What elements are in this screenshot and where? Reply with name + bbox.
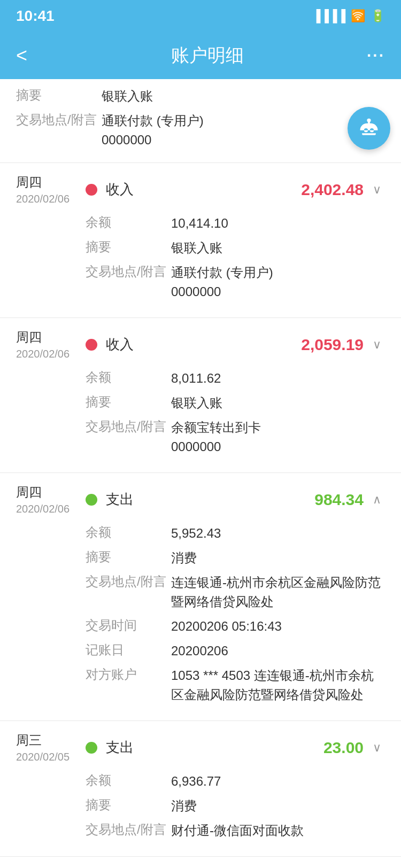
- detail-row-balance: 余额 8,011.62: [86, 369, 385, 388]
- date-label: 2020/02/06: [16, 348, 86, 360]
- transaction-header: 周四 2020/02/06 收入 2,059.19 ∨: [16, 329, 385, 360]
- detail-value: 消费: [171, 796, 385, 816]
- detail-row-summary-partial: 摘要 银联入账: [16, 87, 385, 106]
- detail-value: 银联入账: [171, 393, 385, 413]
- transaction-amount: 2,059.19: [301, 336, 364, 354]
- date-label: 2020/02/06: [16, 193, 86, 205]
- detail-row-balance: 余额 6,936.77: [86, 772, 385, 791]
- partial-details: 摘要 银联入账 交易地点/附言 通联付款 (专用户)0000000: [16, 87, 385, 150]
- transaction-type: 支出: [106, 738, 323, 757]
- day-label: 周三: [16, 732, 86, 749]
- detail-value: 银联入账: [102, 87, 385, 106]
- transaction-details: 余额 8,011.62 摘要 银联入账 交易地点/附言 余额宝转出到卡00000…: [86, 369, 385, 456]
- transaction-amount: 23.00: [323, 739, 364, 757]
- detail-row-balance: 余额 10,414.10: [86, 214, 385, 233]
- day-label: 周四: [16, 329, 86, 346]
- detail-value: 财付通-微信面对面收款: [171, 821, 385, 840]
- detail-label: 交易地点/附言: [86, 418, 171, 456]
- detail-row-location: 交易地点/附言 余额宝转出到卡0000000: [86, 418, 385, 456]
- detail-value: 通联付款 (专用户)0000000: [171, 263, 385, 301]
- signal-icon: ▐▐▐▐: [312, 9, 345, 23]
- detail-row-location: 交易地点/附言 财付通-微信面对面收款: [86, 821, 385, 840]
- partial-transaction-item: 摘要 银联入账 交易地点/附言 通联付款 (专用户)0000000: [0, 79, 401, 163]
- transaction-item: 周三 2020/02/05 支出 23.00 ∨ 余额 6,936.77 摘要 …: [0, 721, 401, 857]
- income-dot: [86, 339, 97, 351]
- transaction-details: 余额 10,414.10 摘要 银联入账 交易地点/附言 通联付款 (专用户)0…: [86, 214, 385, 301]
- detail-label: 对方账户: [86, 666, 171, 704]
- chevron-down-icon[interactable]: ∨: [369, 182, 385, 198]
- detail-row-balance: 余额 5,952.43: [86, 524, 385, 543]
- detail-label: 余额: [86, 772, 171, 791]
- page-title: 账户明细: [171, 43, 244, 68]
- transaction-details: 余额 6,936.77 摘要 消费 交易地点/附言 财付通-微信面对面收款: [86, 772, 385, 840]
- transaction-item: 周四 2020/02/06 收入 2,059.19 ∨ 余额 8,011.62 …: [0, 318, 401, 473]
- transaction-header: 周三 2020/02/05 支出 23.00 ∨: [16, 732, 385, 763]
- transaction-amount: 2,402.48: [301, 181, 364, 199]
- robot-icon: [357, 117, 381, 140]
- date-column: 周四 2020/02/06: [16, 484, 86, 515]
- detail-value: 6,936.77: [171, 772, 385, 791]
- robot-assistant-button[interactable]: [348, 107, 390, 150]
- date-label: 2020/02/05: [16, 751, 86, 763]
- detail-row-time: 交易时间 20200206 05:16:43: [86, 617, 385, 636]
- chevron-down-icon[interactable]: ∨: [369, 337, 385, 353]
- expense-dot: [86, 742, 97, 754]
- transaction-list: 摘要 银联入账 交易地点/附言 通联付款 (专用户)0000000 周四 202…: [0, 79, 401, 868]
- detail-label: 交易地点/附言: [86, 821, 171, 840]
- transaction-header: 周四 2020/02/06 支出 984.34 ∧: [16, 484, 385, 515]
- detail-label: 摘要: [16, 87, 102, 106]
- battery-icon: 🔋: [371, 9, 385, 23]
- detail-value: 8,011.62: [171, 369, 385, 388]
- transaction-details: 余额 5,952.43 摘要 消费 交易地点/附言 连连银通-杭州市余杭区金融风…: [86, 524, 385, 704]
- detail-label: 摘要: [86, 393, 171, 413]
- detail-value: 通联付款 (专用户)0000000: [102, 111, 385, 150]
- detail-row-location: 交易地点/附言 通联付款 (专用户)0000000: [86, 263, 385, 301]
- expense-dot: [86, 494, 97, 506]
- status-time: 10:41: [16, 7, 55, 25]
- detail-value: 消费: [171, 548, 385, 568]
- transaction-item: 周四 2020/02/06 收入 2,402.48 ∨ 余额 10,414.10…: [0, 163, 401, 318]
- transaction-item: 周四 2020/02/06 支出 984.34 ∧ 余额 5,952.43 摘要…: [0, 473, 401, 721]
- day-label: 周四: [16, 174, 86, 191]
- date-column: 周三 2020/02/05: [16, 732, 86, 763]
- status-bar: 10:41 ▐▐▐▐ 🛜 🔋: [0, 0, 401, 32]
- transaction-type: 收入: [106, 180, 301, 199]
- detail-value: 10,414.10: [171, 214, 385, 233]
- transaction-type: 收入: [106, 335, 301, 354]
- detail-row-location: 交易地点/附言 连连银通-杭州市余杭区金融风险防范暨网络借贷风险处: [86, 573, 385, 611]
- wifi-icon: 🛜: [351, 9, 365, 23]
- detail-value: 连连银通-杭州市余杭区金融风险防范暨网络借贷风险处: [171, 573, 385, 611]
- detail-row-summary: 摘要 消费: [86, 548, 385, 568]
- chevron-down-icon[interactable]: ∨: [369, 740, 385, 756]
- status-icons: ▐▐▐▐ 🛜 🔋: [312, 9, 385, 23]
- date-column: 周四 2020/02/06: [16, 174, 86, 205]
- detail-row-summary: 摘要 银联入账: [86, 238, 385, 258]
- detail-label: 摘要: [86, 796, 171, 816]
- date-label: 2020/02/06: [16, 503, 86, 515]
- detail-value: 余额宝转出到卡0000000: [171, 418, 385, 456]
- detail-row-counterparty: 对方账户 1053 *** 4503 连连银通-杭州市余杭区金融风险防范暨网络借…: [86, 666, 385, 704]
- detail-row-bookdate: 记账日 20200206: [86, 641, 385, 661]
- detail-label: 交易地点/附言: [86, 573, 171, 611]
- transaction-item-partial-bottom: 周三 2020/02/05 支出 4,755.74 ∨ 余额 6,959.77 …: [0, 857, 401, 868]
- detail-value: 1053 *** 4503 连连银通-杭州市余杭区金融风险防范暨网络借贷风险处: [171, 666, 385, 704]
- detail-value: 5,952.43: [171, 524, 385, 543]
- transaction-header: 周四 2020/02/06 收入 2,402.48 ∨: [16, 174, 385, 205]
- app-header: < 账户明细 ···: [0, 32, 401, 79]
- transaction-amount: 984.34: [314, 491, 364, 509]
- date-column: 周四 2020/02/06: [16, 329, 86, 360]
- detail-label: 余额: [86, 369, 171, 388]
- detail-value: 银联入账: [171, 238, 385, 258]
- detail-value: 20200206: [171, 641, 385, 661]
- day-label: 周四: [16, 484, 86, 501]
- detail-label: 交易地点/附言: [86, 263, 171, 301]
- chevron-up-icon[interactable]: ∧: [369, 492, 385, 508]
- back-button[interactable]: <: [16, 44, 48, 67]
- detail-row-location-partial: 交易地点/附言 通联付款 (专用户)0000000: [16, 111, 385, 150]
- transaction-type: 支出: [106, 490, 314, 509]
- more-button[interactable]: ···: [367, 46, 385, 65]
- detail-row-summary: 摘要 消费: [86, 796, 385, 816]
- detail-label: 交易时间: [86, 617, 171, 636]
- detail-label: 交易地点/附言: [16, 111, 102, 150]
- detail-value: 20200206 05:16:43: [171, 617, 385, 636]
